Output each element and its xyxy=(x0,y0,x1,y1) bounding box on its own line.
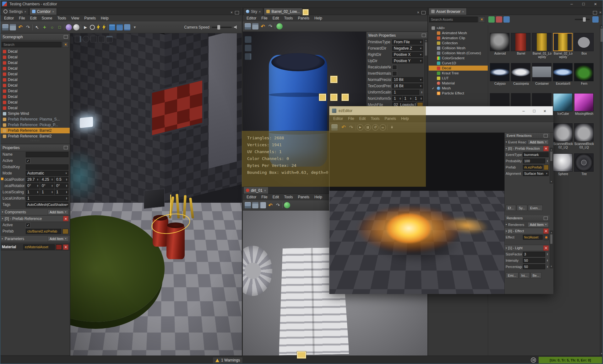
add-parameter-button[interactable]: Add Item xyxy=(47,236,68,241)
pin-icon[interactable] xyxy=(389,124,395,131)
scenegraph-item[interactable]: Decal xyxy=(1,66,70,71)
expander-icon[interactable] xyxy=(506,230,507,233)
pause-background-tasks-icon[interactable] xyxy=(531,357,536,363)
layout-icon[interactable] xyxy=(106,36,113,42)
rotation-z-field[interactable]: 0° xyxy=(55,183,68,189)
menu-item[interactable]: Edit xyxy=(28,15,39,21)
material-thumbnail-button[interactable] xyxy=(56,244,62,250)
tags-dropdown[interactable]: AutoColMesh|CastShadow xyxy=(26,202,68,207)
tab-close-icon[interactable] xyxy=(52,9,54,14)
undock-icon[interactable] xyxy=(544,134,548,137)
asset-type-item[interactable]: Decal xyxy=(429,66,488,71)
asset-type-item[interactable]: Collision Mesh xyxy=(429,46,488,51)
components-group-header[interactable]: ComponentsAdd Item xyxy=(1,209,70,215)
view-mode-icon[interactable] xyxy=(592,16,599,23)
dock-guide-top[interactable] xyxy=(330,76,338,83)
separator[interactable] xyxy=(275,24,275,29)
scrollbar[interactable] xyxy=(550,148,553,184)
add-component-button[interactable]: Add Item xyxy=(47,210,68,215)
separator[interactable] xyxy=(356,125,356,130)
scenegraph-item[interactable]: Decal xyxy=(1,71,70,77)
property-value[interactable]: 16 Bit xyxy=(392,83,423,88)
redo-icon[interactable] xyxy=(25,24,31,30)
property-value[interactable]: Positive X xyxy=(392,52,423,57)
spin-arrows-icon[interactable] xyxy=(421,91,423,94)
record-icon[interactable] xyxy=(90,25,95,30)
asset-type-item[interactable]: Mesh xyxy=(429,86,488,91)
alignment-dropdown[interactable]: Surface Non xyxy=(523,171,549,176)
panel-tab[interactable]: Even... xyxy=(528,205,543,211)
asset-type-item[interactable]: Kraut Tree xyxy=(429,71,488,76)
asset-thumb[interactable]: Barrel xyxy=(511,33,531,61)
menu-item[interactable]: Help xyxy=(312,15,325,21)
scenegraph-item[interactable]: Prefab Reference: Barrel2 xyxy=(1,133,70,139)
separator[interactable] xyxy=(387,125,388,130)
property-checkbox[interactable] xyxy=(392,65,397,70)
scenegraph-item[interactable]: Decal xyxy=(1,77,70,83)
undo-icon[interactable] xyxy=(340,124,347,131)
save-icon[interactable] xyxy=(245,23,251,29)
close-panel-icon[interactable] xyxy=(599,10,601,15)
asset-thumb[interactable]: Container xyxy=(532,63,552,91)
scenegraph-item[interactable]: Simple Wind xyxy=(1,111,70,116)
vector-x-field[interactable]: 1 xyxy=(392,96,402,101)
scenegraph-search-input[interactable] xyxy=(2,42,62,47)
clear-search-icon[interactable] xyxy=(62,41,69,48)
frame-icon[interactable] xyxy=(90,36,97,42)
menu-item[interactable]: File xyxy=(16,15,27,21)
thumbnail-size-slider[interactable] xyxy=(575,19,590,20)
uniform-scaling-field[interactable]: 1 xyxy=(26,196,68,201)
slider-handle[interactable] xyxy=(217,25,220,29)
panel-tab[interactable]: Emi... xyxy=(506,272,519,278)
property-value[interactable]: Negative Z xyxy=(392,46,423,51)
asset-thumb[interactable]: Box xyxy=(574,33,594,61)
menu-item[interactable]: Tools xyxy=(281,15,295,21)
collapsed-panel-tab[interactable] xyxy=(0,176,4,190)
menu-item[interactable]: Editor xyxy=(2,15,16,21)
percentage-field[interactable]: 50 xyxy=(523,264,545,269)
asset-thumb[interactable]: Fern xyxy=(574,63,594,91)
menu-item[interactable]: File xyxy=(259,15,270,21)
camera-icon[interactable] xyxy=(75,36,81,42)
tab-settings[interactable]: Settings xyxy=(1,8,29,15)
event-type-input[interactable]: burnmark xyxy=(523,152,549,157)
expander-icon[interactable] xyxy=(506,147,507,150)
particle-preview-viewport[interactable] xyxy=(329,133,504,294)
asset-thumb[interactable]: Calypso xyxy=(490,63,510,91)
remove-item-icon[interactable] xyxy=(543,146,549,151)
close-panel-icon[interactable] xyxy=(231,10,233,15)
light-renderer-header[interactable]: [1] - Light xyxy=(505,245,550,251)
scrollbar[interactable] xyxy=(550,231,553,268)
asset-type-item[interactable]: ColorGradient xyxy=(429,56,488,61)
tab-sky[interactable]: Sky xyxy=(243,8,263,15)
redo-icon[interactable] xyxy=(348,124,354,131)
property-checkbox[interactable] xyxy=(392,71,397,76)
add-renderer-button[interactable]: Add Item xyxy=(528,222,549,227)
scenegraph-item[interactable]: Prefab Reference: Pickup_P... xyxy=(1,122,70,128)
tab-close-icon[interactable] xyxy=(264,188,266,193)
menu-item[interactable]: File xyxy=(345,116,356,121)
asset-type-item[interactable]: Collision Mesh (Convex) xyxy=(429,51,488,56)
spin-arrows-icon[interactable] xyxy=(65,178,68,181)
prefab-asset-field[interactable]: cts/Barrel2.ezPrefab xyxy=(26,229,61,234)
loop-circle-icon[interactable] xyxy=(380,124,386,131)
redo-icon[interactable] xyxy=(267,23,274,29)
asset-thumb[interactable]: ExcelsiorII xyxy=(553,63,573,91)
undock-icon[interactable] xyxy=(235,11,239,14)
browse-asset-button[interactable] xyxy=(544,165,549,170)
dock-guide-left[interactable] xyxy=(319,94,326,101)
close-button[interactable] xyxy=(589,0,601,8)
material-filter-icon[interactable] xyxy=(496,16,502,23)
spin-arrows-icon[interactable] xyxy=(546,253,549,256)
parameters-group-header[interactable]: ParametersAdd Item xyxy=(1,235,70,242)
menu-item[interactable]: Panels xyxy=(295,194,312,200)
title-bar[interactable]: Testing Chambers - ezEditor xyxy=(0,0,603,8)
asset-thumb[interactable]: ScannedRock02_LQ xyxy=(553,123,573,152)
play-circle-icon[interactable] xyxy=(357,124,363,131)
remove-material-icon[interactable] xyxy=(63,244,68,250)
scrollbar-thumb[interactable] xyxy=(550,234,552,244)
spin-arrows-icon[interactable] xyxy=(51,185,53,187)
undock-icon[interactable] xyxy=(593,11,597,14)
menu-item[interactable]: Editor xyxy=(244,15,259,21)
expander-icon[interactable] xyxy=(506,223,507,226)
